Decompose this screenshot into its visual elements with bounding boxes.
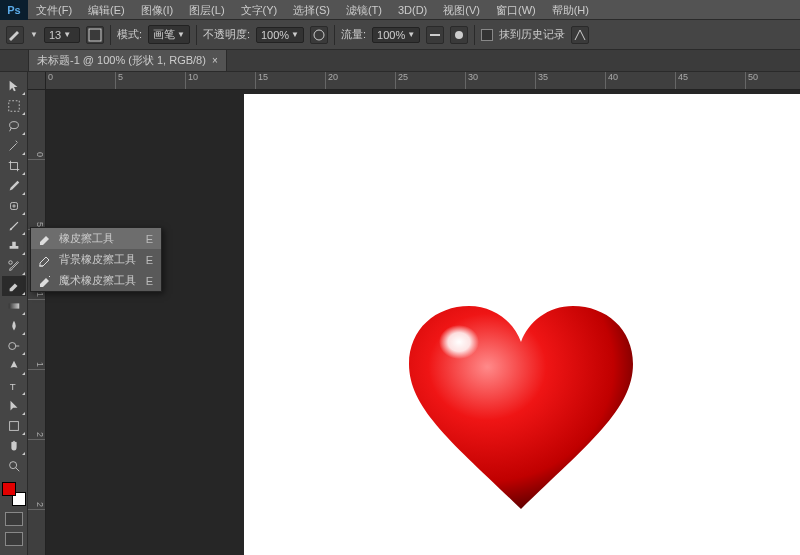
canvas[interactable]: [244, 94, 800, 555]
menu-help[interactable]: 帮助(H): [544, 0, 597, 20]
svg-point-4: [9, 122, 18, 129]
vertical-ruler[interactable]: 0 5 1 1 2 2: [28, 90, 46, 555]
quickmask-toggle[interactable]: [5, 512, 23, 526]
menu-window[interactable]: 窗口(W): [488, 0, 544, 20]
svg-point-8: [8, 343, 15, 350]
screenmode-toggle[interactable]: [5, 532, 23, 546]
opacity-value: 100%: [261, 29, 289, 41]
pressure-size-icon[interactable]: [450, 26, 468, 44]
airbrush-icon[interactable]: [426, 26, 444, 44]
crop-tool[interactable]: [2, 156, 26, 176]
bg-eraser-icon: [37, 253, 53, 267]
svg-rect-10: [9, 422, 18, 431]
mode-label: 模式:: [117, 27, 142, 42]
svg-point-2: [455, 31, 463, 39]
opacity-field[interactable]: 100%▼: [256, 27, 304, 43]
shape-tool[interactable]: [2, 416, 26, 436]
tab-title: 未标题-1 @ 100% (形状 1, RGB/8): [37, 53, 206, 68]
ruler-tick: 40: [606, 72, 676, 89]
heart-shape: [404, 304, 639, 514]
ruler-tick: 50: [746, 72, 800, 89]
menu-edit[interactable]: 编辑(E): [80, 0, 133, 20]
flow-field[interactable]: 100%▼: [372, 27, 420, 43]
menu-filter[interactable]: 滤镜(T): [338, 0, 390, 20]
svg-text:T: T: [9, 381, 15, 392]
hand-tool[interactable]: [2, 436, 26, 456]
dodge-tool[interactable]: [2, 336, 26, 356]
flyout-label: 橡皮擦工具: [59, 231, 140, 246]
eyedropper-tool[interactable]: [2, 176, 26, 196]
path-select-tool[interactable]: [2, 396, 26, 416]
app-logo-text: Ps: [7, 4, 20, 16]
chevron-down-icon: ▼: [177, 30, 185, 39]
move-tool[interactable]: [2, 76, 26, 96]
brush-size-field[interactable]: 13▼: [44, 27, 80, 43]
app-logo: Ps: [0, 0, 28, 20]
tools-panel: T: [0, 72, 28, 555]
pen-tool[interactable]: [2, 356, 26, 376]
flyout-label: 魔术橡皮擦工具: [59, 273, 140, 288]
divider: [110, 25, 111, 45]
brush-size-value: 13: [49, 29, 61, 41]
flyout-shortcut: E: [146, 254, 153, 266]
magic-eraser-icon: [37, 274, 53, 288]
zoom-tool[interactable]: [2, 456, 26, 476]
svg-rect-0: [89, 29, 101, 41]
mode-value: 画笔: [153, 27, 175, 42]
menu-3d[interactable]: 3D(D): [390, 0, 435, 20]
menu-type[interactable]: 文字(Y): [233, 0, 286, 20]
healing-tool[interactable]: [2, 196, 26, 216]
eraser-tool-flyout: 橡皮擦工具 E 背景橡皮擦工具 E 魔术橡皮擦工具 E: [30, 227, 162, 292]
horizontal-ruler[interactable]: 0 5 10 15 20 25 30 35 40 45 50: [46, 72, 800, 90]
options-bar: ▼ 13▼ 模式: 画笔▼ 不透明度: 100%▼ 流量: 100%▼ 抹到历史…: [0, 20, 800, 50]
svg-point-11: [9, 462, 16, 469]
ruler-tick: 0: [46, 72, 116, 89]
flyout-shortcut: E: [146, 275, 153, 287]
stamp-tool[interactable]: [2, 236, 26, 256]
flyout-item-eraser[interactable]: 橡皮擦工具 E: [31, 228, 161, 249]
gradient-tool[interactable]: [2, 296, 26, 316]
lasso-tool[interactable]: [2, 116, 26, 136]
divider: [196, 25, 197, 45]
document-tab[interactable]: 未标题-1 @ 100% (形状 1, RGB/8) ×: [28, 49, 227, 71]
type-tool[interactable]: T: [2, 376, 26, 396]
ruler-tick: 15: [256, 72, 326, 89]
brush-panel-icon[interactable]: [86, 26, 104, 44]
close-icon[interactable]: ×: [212, 55, 218, 66]
brush-tool[interactable]: [2, 216, 26, 236]
blur-tool[interactable]: [2, 316, 26, 336]
menu-bar: Ps 文件(F) 编辑(E) 图像(I) 图层(L) 文字(Y) 选择(S) 滤…: [0, 0, 800, 20]
foreground-color-swatch[interactable]: [2, 482, 16, 496]
ruler-origin[interactable]: [28, 72, 46, 90]
flyout-item-magic-eraser[interactable]: 魔术橡皮擦工具 E: [31, 270, 161, 291]
erase-history-checkbox[interactable]: [481, 29, 493, 41]
menu-file[interactable]: 文件(F): [28, 0, 80, 20]
flyout-shortcut: E: [146, 233, 153, 245]
ruler-tick: 2: [28, 440, 45, 510]
ruler-tick: 2: [28, 370, 45, 440]
magic-wand-tool[interactable]: [2, 136, 26, 156]
ruler-tick: 10: [186, 72, 256, 89]
chevron-down-icon[interactable]: ▼: [30, 30, 38, 39]
menu-image[interactable]: 图像(I): [133, 0, 181, 20]
svg-point-1: [314, 30, 324, 40]
history-brush-tool[interactable]: [2, 256, 26, 276]
color-swatches[interactable]: [2, 482, 26, 506]
eraser-tool[interactable]: [2, 276, 26, 296]
chevron-down-icon: ▼: [291, 30, 299, 39]
marquee-tool[interactable]: [2, 96, 26, 116]
pressure-opacity-icon[interactable]: [310, 26, 328, 44]
ruler-tick: 20: [326, 72, 396, 89]
svg-point-6: [8, 261, 12, 265]
menu-select[interactable]: 选择(S): [285, 0, 338, 20]
mode-select[interactable]: 画笔▼: [148, 25, 190, 44]
flyout-item-bg-eraser[interactable]: 背景橡皮擦工具 E: [31, 249, 161, 270]
erase-history-label: 抹到历史记录: [499, 27, 565, 42]
chevron-down-icon: ▼: [407, 30, 415, 39]
pressure-icon[interactable]: [571, 26, 589, 44]
menu-layer[interactable]: 图层(L): [181, 0, 232, 20]
document-tab-bar: 未标题-1 @ 100% (形状 1, RGB/8) ×: [0, 50, 800, 72]
menu-view[interactable]: 视图(V): [435, 0, 488, 20]
tool-preset-icon[interactable]: [6, 26, 24, 44]
flow-value: 100%: [377, 29, 405, 41]
